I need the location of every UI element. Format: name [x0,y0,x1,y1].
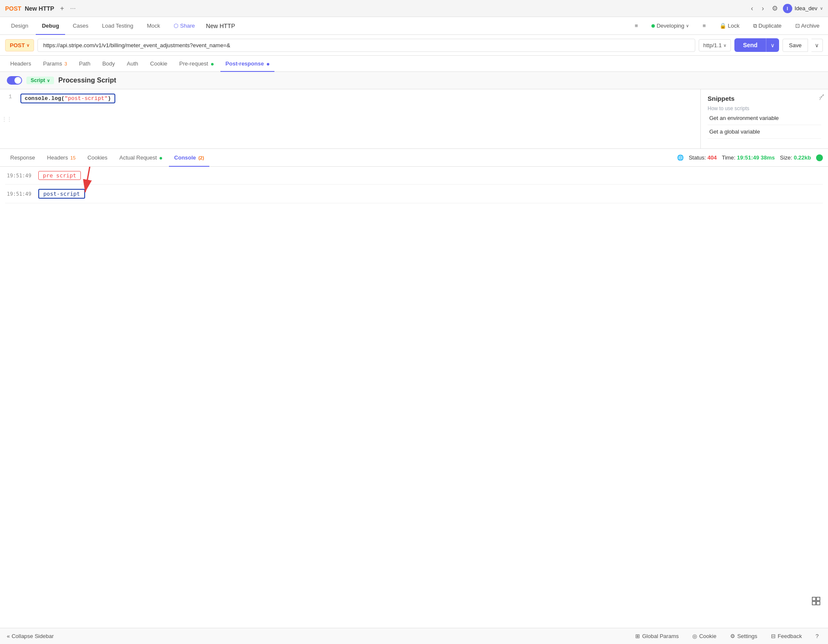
profile-name: Idea_dev [795,5,818,11]
main-content: Script ∨ Processing Script ⋮⋮ 1 console.… [0,72,828,628]
size-value: 0.22kb [794,154,811,161]
script-chevron-icon: ∨ [47,78,50,83]
console-row-1: 19:51:49 pre script [5,167,823,185]
request-tabs: Headers Params 3 Path Body Auth Cookie P… [0,56,828,72]
snippets-title: Snippets [708,95,734,102]
req-tab-body[interactable]: Body [97,58,120,69]
status-dot [651,24,655,28]
save-button[interactable]: Save [782,39,808,52]
console-row-2: 19:51:49 post-script [5,185,823,203]
response-section: Response Headers 15 Cookies Actual Reque… [0,149,828,628]
settings-button[interactable]: ⚙ Settings [728,631,760,641]
resp-tab-cookies[interactable]: Cookies [83,152,113,163]
resp-tab-response[interactable]: Response [5,152,40,163]
tab-mock[interactable]: Mock [141,20,166,31]
req-tab-prerequest[interactable]: Pre-request [174,58,219,69]
pre-script-badge: pre script [38,171,81,180]
nav-back-button[interactable]: ‹ [748,3,756,14]
resp-tab-console[interactable]: Console (2) [169,152,209,163]
chevron-down-icon: ∨ [686,23,689,28]
snippets-header: Snippets › [708,94,821,102]
grid-view-button[interactable] [811,596,821,607]
send-dropdown-button[interactable]: ∨ [766,38,779,52]
time-value-2: 38ms [761,154,775,161]
tab-cases[interactable]: Cases [67,20,94,31]
req-tab-path[interactable]: Path [74,58,96,69]
response-meta: 🌐 Status: 404 Time: 19:51:49 38ms Size: … [677,154,823,161]
script-section: Script ∨ Processing Script [0,72,828,89]
snippets-link[interactable]: How to use scripts [708,105,821,111]
status-button[interactable]: Developing ∨ [648,21,692,31]
method-select[interactable]: POST ∨ [5,39,34,51]
req-tab-headers[interactable]: Headers [5,58,36,69]
script-type-label[interactable]: Script ∨ [26,77,54,84]
lock-button[interactable]: 🔒 Lock [716,21,743,31]
console-time-1: 19:51:49 [7,173,31,179]
protocol-select[interactable]: http/1.1 ∨ [699,39,731,51]
collapse-sidebar-button[interactable]: « Collapse Sidebar [7,633,54,639]
processing-script-title: Processing Script [58,77,116,84]
title-bar: POST New HTTP + ··· ‹ › ⚙ I Idea_dev ∨ [0,0,828,17]
code-area[interactable]: console.log("post-script") [17,89,700,148]
time-label: Time: [722,154,737,161]
duplicate-button[interactable]: ⧉ Duplicate [750,21,785,31]
snippet-item-env[interactable]: Get an environment variable [708,111,821,125]
console-content: 19:51:49 pre script 19:51:49 post-script [0,167,828,628]
archive-button[interactable]: ⊡ Archive [792,21,823,31]
snippets-panel: Snippets › How to use scripts Get an env… [700,89,828,148]
status-circle-icon [816,154,823,161]
url-input[interactable] [37,39,695,52]
drag-handle-icon[interactable]: ⋮⋮ [2,116,12,122]
resp-tab-actual-request[interactable]: Actual Request [114,152,168,163]
snippet-item-global[interactable]: Get a global variable [708,125,821,139]
req-tab-cookie[interactable]: Cookie [145,58,172,69]
list-icon-button[interactable]: ≡ [699,21,709,31]
resp-tab-headers[interactable]: Headers 15 [42,152,81,163]
nav-forward-button[interactable]: › [759,3,766,14]
footer: « Collapse Sidebar ⊞ Global Params ◎ Coo… [0,628,828,644]
footer-actions: ⊞ Global Params ◎ Cookie ⚙ Settings ⊟ Fe… [633,631,821,641]
feedback-button[interactable]: ⊟ Feedback [768,631,805,641]
status-value: 404 [708,154,717,161]
request-bar: POST ∨ http/1.1 ∨ Send ∨ Save ∨ [0,35,828,56]
svg-rect-2 [812,597,816,601]
toggle-knob [14,77,21,84]
nav-actions: ≡ Developing ∨ ≡ 🔒 Lock ⧉ Duplicate ⊡ Ar… [631,21,823,31]
svg-rect-4 [812,601,816,605]
chevron-down-icon: ∨ [820,6,823,11]
feedback-icon: ⊟ [771,633,776,639]
cookie-icon: ◎ [692,633,697,639]
more-options[interactable]: ··· [70,5,76,12]
tab-debug[interactable]: Debug [36,20,65,31]
post-script-badge: post-script [38,189,85,199]
console-time-2: 19:51:49 [7,191,31,197]
req-tab-params[interactable]: Params 3 [38,58,72,69]
help-button[interactable]: ? [813,631,821,641]
expand-button[interactable]: ⤢ [820,93,825,99]
time-value-1: 19:51:49 [737,154,759,161]
tab-design[interactable]: Design [5,20,34,31]
svg-rect-5 [817,601,820,605]
req-tab-postresponse[interactable]: Post-response [220,58,274,69]
globe-icon: 🌐 [677,154,684,161]
sort-button[interactable]: ≡ [631,21,642,31]
script-toggle[interactable] [7,76,22,85]
settings-icon: ⚙ [730,633,735,639]
req-tab-auth[interactable]: Auth [122,58,143,69]
share-icon: ⬡ [174,23,178,29]
title-method: POST [5,5,21,12]
tab-share[interactable]: ⬡ Share [168,20,201,31]
tab-load-testing[interactable]: Load Testing [96,20,140,31]
question-icon: ? [816,633,819,639]
profile-menu[interactable]: I Idea_dev ∨ [783,4,823,13]
global-params-button[interactable]: ⊞ Global Params [633,631,681,641]
code-highlighted: console.log("post-script") [20,94,115,103]
settings-icon[interactable]: ⚙ [770,3,779,14]
add-tab-button[interactable]: + [57,3,66,14]
cookie-button[interactable]: ◎ Cookie [690,631,719,641]
method-label: POST [10,42,25,48]
send-button[interactable]: Send [734,38,766,52]
nav-tabs-bar: Design Debug Cases Load Testing Mock ⬡ S… [0,17,828,35]
collapse-label: Collapse Sidebar [11,633,54,639]
save-dropdown-button[interactable]: ∨ [811,39,823,52]
